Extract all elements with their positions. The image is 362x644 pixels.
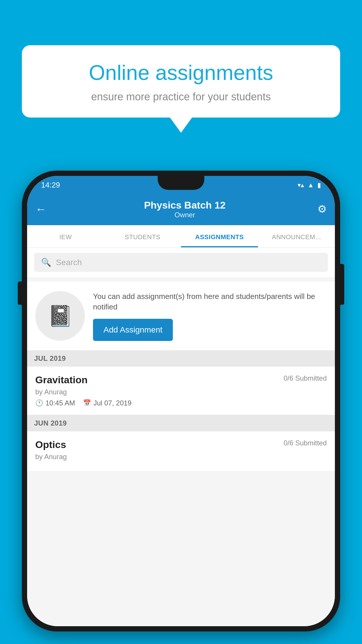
clock-icon: 🕐: [35, 399, 43, 407]
app-bar-title: Physics Batch 12: [52, 200, 317, 211]
section-header-jul: JUL 2019: [27, 350, 335, 367]
assignment-submitted: 0/6 Submitted: [284, 374, 327, 382]
assignment-submitted-optics: 0/6 Submitted: [284, 439, 327, 447]
phone-frame: 14:29 ▾▴ ▲ ▮ ← Physics Batch 12 Owner ⚙: [22, 171, 340, 631]
promo-description: You can add assignment(s) from here and …: [93, 291, 327, 312]
assignment-date: Jul 07, 2019: [93, 399, 131, 407]
status-icons: ▾▴ ▲ ▮: [298, 181, 321, 189]
app-bar-subtitle: Owner: [52, 211, 317, 219]
tab-assignments[interactable]: ASSIGNMENTS: [181, 225, 258, 247]
add-assignment-button[interactable]: Add Assignment: [93, 319, 173, 341]
app-bar: ← Physics Batch 12 Owner ⚙: [27, 193, 335, 225]
speech-bubble-subtitle: ensure more practice for your students: [42, 91, 320, 103]
search-placeholder: Search: [56, 258, 82, 267]
tab-iew[interactable]: IEW: [27, 225, 104, 247]
speech-bubble-container: Online assignments ensure more practice …: [22, 45, 340, 133]
assignment-meta: 🕐 10:45 AM 📅 Jul 07, 2019: [35, 399, 327, 407]
promo-text-area: You can add assignment(s) from here and …: [93, 291, 327, 341]
speech-bubble-arrow: [170, 118, 192, 133]
settings-icon[interactable]: ⚙: [317, 203, 327, 215]
phone-notch: [158, 176, 204, 190]
back-button[interactable]: ←: [35, 203, 46, 216]
assignment-item-header: Gravitation 0/6 Submitted: [35, 374, 327, 386]
meta-time: 🕐 10:45 AM: [35, 399, 75, 407]
assignment-title: Gravitation: [35, 374, 87, 386]
tabs-container: IEW STUDENTS ASSIGNMENTS ANNOUNCEM...: [27, 225, 335, 248]
wifi-icon: ▾▴: [298, 181, 304, 189]
speech-bubble-title: Online assignments: [42, 61, 320, 84]
signal-icon: ▲: [307, 181, 314, 189]
promo-icon-circle: 📓: [35, 291, 85, 341]
assignment-item-optics-header: Optics 0/6 Submitted: [35, 439, 327, 450]
phone-screen: 14:29 ▾▴ ▲ ▮ ← Physics Batch 12 Owner ⚙: [27, 176, 335, 626]
battery-icon: ▮: [317, 181, 321, 189]
app-bar-title-container: Physics Batch 12 Owner: [52, 200, 317, 219]
promo-card: 📓 You can add assignment(s) from here an…: [27, 282, 335, 350]
search-bar[interactable]: 🔍 Search: [34, 253, 328, 272]
section-header-jun: JUN 2019: [27, 415, 335, 431]
search-icon: 🔍: [41, 258, 51, 267]
assignment-time: 10:45 AM: [45, 399, 75, 407]
meta-date: 📅 Jul 07, 2019: [83, 399, 131, 407]
notebook-icon: 📓: [48, 304, 73, 328]
tab-announcements[interactable]: ANNOUNCEM...: [258, 225, 335, 247]
assignment-by: by Anurag: [35, 388, 327, 396]
tab-students[interactable]: STUDENTS: [104, 225, 181, 247]
assignment-by-optics: by Anurag: [35, 453, 327, 461]
assignment-title-optics: Optics: [35, 439, 66, 450]
assignment-item-optics[interactable]: Optics 0/6 Submitted by Anurag: [27, 431, 335, 472]
search-container: 🔍 Search: [27, 248, 335, 277]
assignment-item-gravitation[interactable]: Gravitation 0/6 Submitted by Anurag 🕐 10…: [27, 367, 335, 415]
phone-container: 14:29 ▾▴ ▲ ▮ ← Physics Batch 12 Owner ⚙: [22, 171, 340, 644]
content-area: 🔍 Search 📓 You can add assignment(s) fro…: [27, 248, 335, 626]
calendar-icon: 📅: [83, 399, 91, 407]
status-time: 14:29: [41, 181, 60, 190]
speech-bubble: Online assignments ensure more practice …: [22, 45, 340, 118]
